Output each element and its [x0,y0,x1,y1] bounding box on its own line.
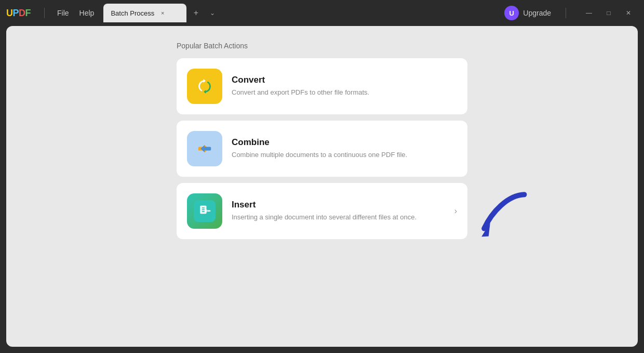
svg-rect-11 [207,210,210,212]
menu-file[interactable]: File [52,6,74,20]
user-avatar: U [504,6,519,20]
logo-u: U [6,8,13,18]
titlebar: UPDF File Help Batch Process × + ⌄ U Upg… [0,0,644,26]
tab-dropdown-button[interactable]: ⌄ [205,6,220,20]
convert-info: Convert Convert and export PDFs to other… [232,75,457,98]
combine-desc: Combine multiple documents to a continuo… [232,150,457,160]
logo-d: D [19,8,25,18]
tab-close-button[interactable]: × [158,9,167,17]
svg-rect-5 [205,147,211,151]
insert-chevron-icon: › [454,206,457,216]
svg-rect-10 [202,207,205,208]
combine-title: Combine [232,137,457,148]
insert-icon [194,200,216,222]
combine-icon-bg [187,131,222,166]
logo-f: F [25,8,31,18]
app-logo: UPDF [6,8,31,19]
convert-icon-bg [187,69,222,104]
svg-rect-8 [202,211,205,212]
insert-card-wrapper: Insert Inserting a single document into … [177,183,467,245]
tab-batch-process-label: Batch Process [111,9,154,17]
menu-help[interactable]: Help [74,6,100,20]
tab-add-button[interactable]: + [189,6,203,20]
upgrade-button[interactable]: U Upgrade [499,4,556,22]
logo-p: P [13,8,19,18]
upgrade-label: Upgrade [523,9,551,17]
arrow-annotation [467,183,540,245]
divider-before-wincontrols [566,8,566,18]
divider-after-logo [44,8,45,18]
convert-desc: Convert and export PDFs to other file fo… [232,87,457,98]
content-area: Popular Batch Actions Convert Conver [6,26,638,347]
section-title: Popular Batch Actions [177,42,467,50]
minimize-button[interactable]: — [580,4,598,22]
tab-batch-process[interactable]: Batch Process × [103,4,186,22]
insert-info: Insert Inserting a single document into … [232,200,445,223]
titlebar-right: U Upgrade — □ ✕ [499,4,638,22]
combine-card-wrapper: Combine Combine multiple documents to a … [177,121,467,183]
insert-card[interactable]: Insert Inserting a single document into … [177,183,467,239]
convert-card[interactable]: Convert Convert and export PDFs to other… [177,58,467,114]
combine-card[interactable]: Combine Combine multiple documents to a … [177,121,467,177]
combine-icon [194,138,216,160]
tab-bar: Batch Process × + ⌄ [103,4,499,22]
convert-icon [194,75,216,97]
maximize-button[interactable]: □ [599,4,618,22]
close-button[interactable]: ✕ [619,4,638,22]
svg-rect-0 [194,75,216,97]
svg-rect-9 [202,210,205,211]
insert-icon-bg [187,193,222,229]
convert-title: Convert [232,75,457,85]
window-controls: — □ ✕ [580,4,638,22]
insert-title: Insert [232,200,445,210]
insert-desc: Inserting a single document into several… [232,212,445,223]
combine-info: Combine Combine multiple documents to a … [232,137,457,160]
convert-card-wrapper: Convert Convert and export PDFs to other… [177,58,467,121]
